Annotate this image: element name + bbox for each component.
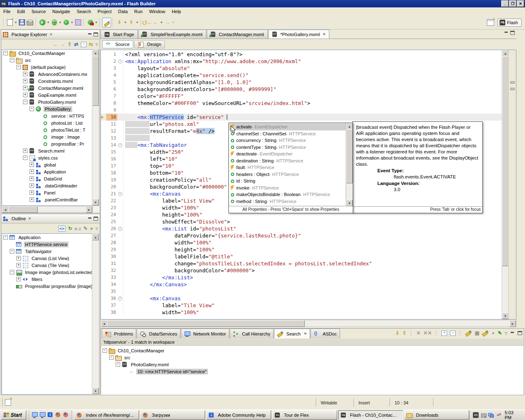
taskbar-button[interactable]: Index of /flex/learning/... xyxy=(74,410,139,420)
hide-states-icon[interactable]: ✎ xyxy=(84,226,88,231)
view-menu-icon[interactable]: ▽ xyxy=(505,331,507,335)
plus-expander-icon[interactable]: + xyxy=(30,176,34,181)
scroll-left-icon[interactable]: ◄ xyxy=(101,320,107,327)
fold-column[interactable]: − xyxy=(117,142,123,148)
internet-explorer-icon[interactable] xyxy=(47,412,53,418)
code-line[interactable]: 37 label="Tile View" xyxy=(101,302,502,309)
code-line[interactable]: 28 width="100%" xyxy=(101,239,502,246)
code-line[interactable]: 3 layout="absolute" xyxy=(101,65,502,72)
code-line[interactable]: 25 showEffect="Dissolve"> xyxy=(101,218,502,225)
occurrence-marker[interactable] xyxy=(510,81,515,84)
close-tab-icon[interactable]: ✕ xyxy=(323,32,326,36)
plus-expander-icon[interactable]: + xyxy=(23,79,27,83)
completion-item[interactable]: id : String xyxy=(229,178,346,185)
fold-column[interactable]: − xyxy=(117,190,123,197)
maximize-editor-icon[interactable] xyxy=(510,31,515,35)
filter-icon[interactable]: ● xyxy=(90,226,93,231)
tree-item[interactable]: +GapExample.mxml xyxy=(2,91,93,98)
minimize-panel-icon[interactable] xyxy=(510,331,515,335)
profile-dropdown[interactable]: ▾ xyxy=(70,21,74,24)
editor-hscrollbar[interactable]: ◄ ► xyxy=(100,320,516,327)
tree-item[interactable]: photosList : List xyxy=(2,119,93,126)
link-with-editor-icon[interactable]: ⇆ xyxy=(89,41,93,47)
panel-tab-callhierarchy[interactable]: Call Hierarchy xyxy=(230,329,274,338)
collapse-fold-icon[interactable]: − xyxy=(118,192,122,196)
menu-source[interactable]: Source xyxy=(28,8,49,15)
tree-item[interactable]: +DataGrid xyxy=(2,175,93,182)
menu-navigate[interactable]: Navigate xyxy=(49,8,73,15)
code-line[interactable]: 32 backgroundColor="#000000"> xyxy=(101,267,502,274)
mark-occurrences-button[interactable] xyxy=(102,18,111,27)
plus-expander-icon[interactable]: + xyxy=(23,72,27,76)
flash-perspective-button[interactable]: FB Flash xyxy=(498,18,522,27)
maximize-view-icon[interactable] xyxy=(94,217,98,221)
scroll-right-icon[interactable]: ► xyxy=(509,320,516,327)
remove-all-matches-icon[interactable]: ✕✕ xyxy=(423,330,431,336)
plus-expander-icon[interactable]: + xyxy=(16,256,21,260)
plus-expander-icon[interactable]: + xyxy=(30,190,34,195)
taskbar-button[interactable]: Tour de Flex xyxy=(272,410,337,420)
tree-item[interactable]: +Canvas (Tile View) xyxy=(2,262,93,269)
package-explorer-header[interactable]: Package Explorer ✕ xyxy=(1,30,100,39)
close-window-button[interactable]: ✕ xyxy=(517,0,524,7)
tree-item[interactable]: −PhotoGallery.mxml xyxy=(101,361,523,368)
plus-expander-icon[interactable]: + xyxy=(16,277,21,281)
overview-ruler[interactable] xyxy=(508,50,516,319)
tree-item[interactable]: service : HTTPS xyxy=(2,112,93,119)
scroll-left-icon[interactable]: ◄ xyxy=(2,206,9,213)
tree-item[interactable]: +ContactManager.mxml xyxy=(2,84,93,91)
code-line[interactable]: 7 color="#FFFFFF" xyxy=(101,93,502,100)
external-tools-dropdown[interactable]: ▾ xyxy=(94,21,98,24)
next-annotation-dropdown[interactable]: ▾ xyxy=(123,21,127,24)
scroll-down-icon[interactable]: ▼ xyxy=(92,388,99,394)
close-view-icon[interactable]: ✕ xyxy=(28,217,32,221)
view-menu-icon[interactable]: ▽ xyxy=(96,227,98,231)
tree-item[interactable]: +Canvas (List View) xyxy=(2,255,93,262)
code-line[interactable]: 30 labelField="@title" xyxy=(101,253,502,260)
edit-search-icon[interactable]: ✎ xyxy=(498,330,502,336)
editor-tab[interactable]: Start Page xyxy=(100,30,138,39)
panel-tab-search[interactable]: Search✕ xyxy=(274,329,310,338)
fold-column[interactable]: − xyxy=(117,295,123,302)
scroll-right-icon[interactable]: ► xyxy=(86,206,92,213)
menu-data[interactable]: Data xyxy=(115,8,131,15)
scroll-thumb[interactable] xyxy=(502,56,509,266)
outline-header[interactable]: Outline ✕ xyxy=(1,214,100,224)
new-file-button[interactable] xyxy=(6,18,14,27)
fast-view-icon[interactable] xyxy=(5,399,11,406)
previous-match-icon[interactable]: ⇧ xyxy=(402,330,406,336)
completion-item[interactable]: concurrency : String - HTTPService xyxy=(229,137,346,144)
run-button[interactable]: ▶ xyxy=(38,18,46,27)
usb-device-tray-icon[interactable] xyxy=(481,412,486,418)
code-line[interactable]: 8 themeColor="#00FF00" viewSourceURL="sr… xyxy=(101,100,502,107)
minus-expander-icon[interactable]: − xyxy=(116,362,120,367)
code-line[interactable]: 27 dataProvider="{service.lastResult.pho… xyxy=(101,232,502,239)
maximize-panel-icon[interactable] xyxy=(518,331,522,335)
completion-scrollbar[interactable]: ▲ ▼ xyxy=(346,123,353,206)
collapse-all-icon[interactable]: − xyxy=(81,42,87,47)
maximize-window-button[interactable]: ❐ xyxy=(509,0,516,7)
tree-item[interactable]: −Ch10_ContactManager xyxy=(101,347,523,354)
firefox-icon[interactable] xyxy=(55,412,61,418)
debug-button[interactable] xyxy=(50,18,58,27)
scroll-thumb[interactable] xyxy=(8,206,38,213)
outline-vscrollbar[interactable]: ▲ ▼ xyxy=(92,233,99,395)
volume-muted-tray-icon[interactable] xyxy=(496,412,502,418)
previous-searches-icon[interactable] xyxy=(482,330,488,336)
plus-expander-icon[interactable]: + xyxy=(30,197,34,202)
minus-expander-icon[interactable]: − xyxy=(103,348,107,353)
view-menu-icon[interactable]: ▽ xyxy=(96,43,98,46)
panel-tab-problems[interactable]: Problems xyxy=(102,329,136,338)
tree-item[interactable]: −Application xyxy=(2,234,93,241)
fold-column[interactable]: − xyxy=(117,225,123,232)
minus-expander-icon[interactable]: − xyxy=(3,51,8,55)
pin-search-icon[interactable]: ▦ xyxy=(475,330,479,336)
completion-item[interactable]: invoke - HTTPService xyxy=(229,185,346,192)
scroll-down-icon[interactable]: ▼ xyxy=(502,313,509,319)
completion-item[interactable]: headers : Object - HTTPService xyxy=(229,171,346,178)
code-line[interactable]: 1<?xml version="1.0" encoding="utf-8"?> xyxy=(101,51,502,58)
tree-item[interactable]: −Ch10_ContactManager xyxy=(2,50,93,57)
code-line[interactable]: 38 width="100%" xyxy=(101,309,502,316)
minus-expander-icon[interactable]: − xyxy=(23,155,27,160)
save-button[interactable] xyxy=(18,18,26,27)
